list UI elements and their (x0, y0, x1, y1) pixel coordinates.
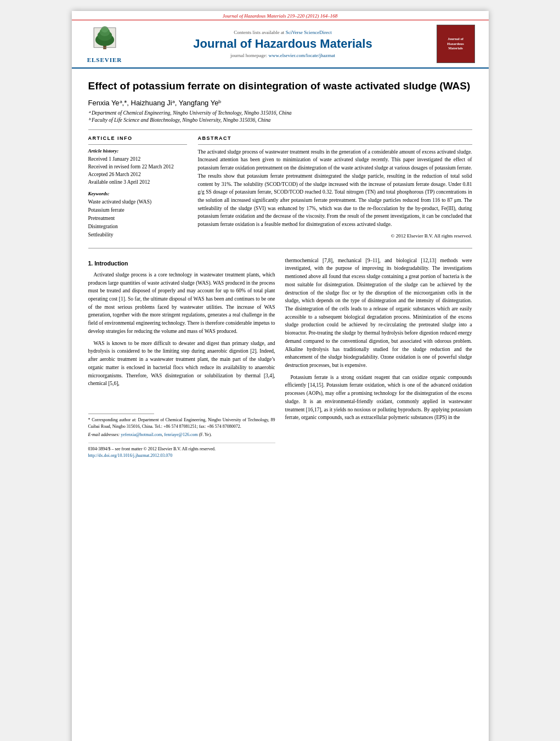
abstract-text: The activated sludge process of wastewat… (198, 148, 472, 229)
history-block: Article history: Received 1 January 2012… (88, 148, 187, 186)
copyright-line: © 2012 Elsevier B.V. All rights reserved… (198, 233, 472, 239)
article-info-label: Article Info (88, 135, 187, 141)
online-date: Available online 3 April 2012 (88, 178, 187, 186)
revised-date: Received in revised form 22 March 2012 (88, 163, 187, 171)
elsevier-tree-icon (88, 25, 121, 55)
abstract-divider (198, 144, 472, 145)
journal-title-area: Contents lists available at SciVerse Sci… (129, 30, 437, 58)
corresponding-author-note: * Corresponding author at: Department of… (88, 417, 275, 430)
keyword-3: Pretreatment (88, 214, 187, 223)
info-abstract-section: Article Info Article history: Received 1… (88, 135, 472, 240)
elsevier-logo-area: ELSEVIER (80, 25, 129, 63)
email-link-1[interactable]: yefenxia@hotmail.com (121, 432, 162, 437)
intro-para2: WAS is known to be more difficult to dew… (88, 340, 275, 388)
issn-line: 0304-3894/$ – see front matter © 2012 El… (88, 446, 275, 452)
intro-para1: Activated sludge process is a core techn… (88, 271, 275, 336)
affiliation-b: ᵇ Faculty of Life Science and Biotechnol… (88, 117, 472, 123)
journal-name: Journal of Hazardous Materials (129, 37, 437, 51)
body-column-right: thermochemical [7,8], mechanical [9–11],… (285, 257, 472, 460)
keyword-5: Settleability (88, 231, 187, 239)
abstract-column: Abstract The activated sludge process of… (198, 135, 472, 240)
footnote-divider (88, 414, 154, 414)
body-divider (88, 248, 472, 248)
email-note: E-mail addresses: yefenxia@hotmail.com, … (88, 432, 275, 438)
sciverse-link-text: Contents lists available at SciVerse Sci… (129, 30, 437, 35)
footnotes-area: * Corresponding author at: Department of… (88, 392, 275, 460)
doi-line: http://dx.doi.org/10.1016/j.jhazmat.2012… (88, 452, 275, 459)
journal-cover-image: Journal ofHazardousMaterials (437, 25, 475, 63)
keyword-2: Potassium ferrate (88, 206, 187, 214)
header-divider (88, 129, 472, 130)
footer-info: 0304-3894/$ – see front matter © 2012 El… (88, 443, 275, 460)
keyword-4: Disintegration (88, 223, 187, 231)
journal-reference: Journal of Hazardous Materials 219–220 (… (72, 11, 489, 20)
intro-heading: 1. Introduction (88, 259, 275, 268)
history-label: Article history: (88, 148, 187, 154)
article-info-column: Article Info Article history: Received 1… (88, 135, 187, 240)
body-column-left: 1. Introduction Activated sludge process… (88, 257, 275, 460)
authors-line: Fenxia Yeᵃ,*, Haizhuang Jiᵃ, Yangfang Ye… (88, 99, 472, 107)
journal-homepage: journal homepage: www.elsevier.com/locat… (129, 53, 437, 58)
body-section: 1. Introduction Activated sludge process… (88, 257, 472, 460)
abstract-label: Abstract (198, 135, 472, 141)
svg-point-5 (101, 26, 108, 32)
right-para1: thermochemical [7,8], mechanical [9–11],… (285, 257, 472, 370)
keywords-block: Keywords: Waste activated sludge (WAS) P… (88, 191, 187, 240)
email-link-2[interactable]: fenriaye@126.com (164, 432, 197, 437)
accepted-date: Accepted 26 March 2012 (88, 171, 187, 178)
article-title: Effect of potassium ferrate on disintegr… (88, 80, 472, 93)
info-divider (88, 144, 187, 145)
elsevier-wordmark: ELSEVIER (87, 56, 122, 63)
keywords-label: Keywords: (88, 191, 187, 196)
right-para2: Potassium ferrate is a strong oxidant re… (285, 374, 472, 422)
received-date: Received 1 January 2012 (88, 155, 187, 163)
keyword-1: Waste activated sludge (WAS) (88, 198, 187, 206)
affiliation-a: ᵃ Department of Chemical Engineering, Ni… (88, 110, 472, 116)
affiliations: ᵃ Department of Chemical Engineering, Ni… (88, 110, 472, 123)
journal-banner: ELSEVIER Contents lists available at Sci… (72, 20, 489, 69)
journal-cover: Journal ofHazardousMaterials (437, 25, 480, 63)
doi-link[interactable]: http://dx.doi.org/10.1016/j.jhazmat.2012… (88, 453, 173, 458)
